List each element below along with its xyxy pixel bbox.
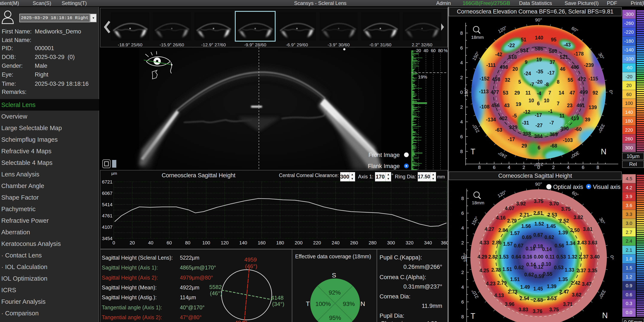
svg-text:N: N bbox=[602, 311, 608, 320]
svg-text:90°: 90° bbox=[535, 17, 542, 22]
svg-text:140: 140 bbox=[239, 240, 247, 245]
svg-text:240: 240 bbox=[332, 240, 340, 245]
svg-text:2.79: 2.79 bbox=[507, 218, 517, 224]
svg-text:6: 6 bbox=[538, 145, 540, 151]
svg-text:-178: -178 bbox=[574, 51, 584, 57]
svg-text:-111: -111 bbox=[486, 62, 496, 68]
svg-text:6067: 6067 bbox=[102, 191, 112, 196]
svg-text:4.13: 4.13 bbox=[494, 293, 504, 298]
svg-text:55: 55 bbox=[568, 77, 573, 83]
svg-text:4: 4 bbox=[567, 165, 570, 169]
svg-text:0.12: 0.12 bbox=[534, 264, 544, 270]
svg-text:-15.9° 26/60: -15.9° 26/60 bbox=[160, 42, 184, 47]
svg-text:2.79: 2.79 bbox=[497, 280, 507, 286]
svg-text:180: 180 bbox=[276, 240, 284, 245]
svg-text:23: 23 bbox=[567, 103, 572, 108]
svg-text:8: 8 bbox=[557, 79, 560, 85]
svg-text:Corneosclera Sagittal Height: Corneosclera Sagittal Height bbox=[162, 172, 236, 178]
svg-text:210°: 210° bbox=[470, 289, 480, 299]
svg-text:6: 6 bbox=[460, 134, 463, 139]
svg-text:-3.9° 30/60: -3.9° 30/60 bbox=[328, 42, 350, 47]
svg-text:120: 120 bbox=[221, 240, 228, 245]
svg-text:2: 2 bbox=[461, 240, 464, 245]
svg-text:1.33: 1.33 bbox=[565, 267, 574, 273]
svg-text:6: 6 bbox=[461, 299, 464, 305]
svg-text:150°: 150° bbox=[470, 216, 480, 226]
svg-text:0.62: 0.62 bbox=[514, 265, 524, 270]
svg-text:6721: 6721 bbox=[102, 179, 112, 184]
svg-text:419: 419 bbox=[571, 116, 579, 121]
svg-text:0.62: 0.62 bbox=[524, 272, 534, 277]
svg-text:95: 95 bbox=[551, 37, 556, 42]
svg-text:2.52: 2.52 bbox=[560, 218, 569, 224]
svg-text:20: 20 bbox=[416, 48, 421, 53]
svg-text:1.35: 1.35 bbox=[558, 277, 568, 282]
svg-text:499: 499 bbox=[580, 89, 588, 95]
svg-text:0.16: 0.16 bbox=[523, 254, 532, 260]
svg-text:1.56: 1.56 bbox=[522, 223, 531, 229]
svg-text:458: 458 bbox=[492, 77, 500, 82]
svg-text:2.53: 2.53 bbox=[547, 296, 557, 301]
svg-text:4: 4 bbox=[460, 60, 463, 65]
svg-text:-42: -42 bbox=[495, 52, 502, 57]
svg-text:280: 280 bbox=[368, 240, 376, 245]
svg-text:-24: -24 bbox=[524, 71, 531, 76]
svg-text:1.39: 1.39 bbox=[547, 284, 557, 289]
svg-text:477: 477 bbox=[491, 89, 499, 95]
svg-text:-115: -115 bbox=[588, 76, 598, 81]
svg-text:4.07: 4.07 bbox=[505, 206, 514, 211]
svg-text:498: 498 bbox=[500, 64, 508, 70]
svg-text:Central Corneal Clearance:: Central Corneal Clearance: bbox=[279, 172, 339, 178]
svg-text:(46°): (46°) bbox=[245, 263, 258, 270]
svg-text:-22: -22 bbox=[508, 43, 515, 48]
svg-text:Visual axis: Visual axis bbox=[593, 184, 620, 190]
svg-text:0.67: 0.67 bbox=[514, 243, 524, 248]
svg-text:8: 8 bbox=[596, 165, 599, 169]
svg-text:8: 8 bbox=[461, 196, 464, 201]
svg-text:-31: -31 bbox=[522, 120, 529, 126]
svg-text:200: 200 bbox=[295, 240, 303, 245]
svg-text:3.76: 3.76 bbox=[533, 309, 542, 314]
svg-text:1.51: 1.51 bbox=[502, 267, 512, 272]
svg-text:6: 6 bbox=[460, 45, 463, 51]
svg-text:1.45: 1.45 bbox=[534, 286, 543, 292]
svg-text:%: % bbox=[444, 48, 448, 53]
svg-text:0.53: 0.53 bbox=[554, 265, 564, 270]
svg-text:0.53: 0.53 bbox=[556, 254, 566, 260]
svg-text:-103: -103 bbox=[563, 138, 573, 143]
svg-text:43: 43 bbox=[504, 103, 510, 108]
svg-text:0°: 0° bbox=[608, 90, 614, 94]
svg-text:46: 46 bbox=[560, 66, 566, 72]
svg-text:4: 4 bbox=[460, 119, 463, 125]
svg-text:39: 39 bbox=[585, 117, 590, 122]
svg-text:(34°): (34°) bbox=[272, 301, 284, 307]
svg-text:4.33: 4.33 bbox=[480, 240, 489, 245]
svg-text:93%: 93% bbox=[343, 301, 355, 307]
svg-text:8: 8 bbox=[460, 30, 463, 36]
svg-text:160: 160 bbox=[258, 240, 266, 245]
svg-text:0: 0 bbox=[112, 240, 115, 245]
svg-text:-17: -17 bbox=[508, 137, 515, 142]
svg-text:3.47: 3.47 bbox=[582, 281, 592, 287]
svg-text:3.70: 3.70 bbox=[549, 201, 559, 206]
svg-text:1.57: 1.57 bbox=[503, 241, 513, 247]
svg-text:53: 53 bbox=[503, 90, 508, 96]
svg-text:N: N bbox=[360, 300, 365, 307]
svg-text:0.18: 0.18 bbox=[526, 246, 536, 251]
svg-text:4949: 4949 bbox=[235, 320, 247, 322]
svg-text:T: T bbox=[306, 300, 310, 307]
svg-text:3.82: 3.82 bbox=[574, 215, 583, 220]
svg-text:2.42: 2.42 bbox=[571, 280, 580, 286]
svg-text:4761: 4761 bbox=[102, 213, 112, 218]
svg-text:8: 8 bbox=[461, 314, 464, 320]
svg-text:2: 2 bbox=[461, 270, 464, 275]
svg-text:0.56: 0.56 bbox=[555, 243, 564, 248]
svg-text:10: 10 bbox=[544, 98, 549, 103]
svg-text:2.37: 2.37 bbox=[579, 254, 588, 260]
svg-text:2.78: 2.78 bbox=[491, 267, 501, 273]
svg-text:398: 398 bbox=[523, 131, 531, 137]
svg-text:260: 260 bbox=[350, 240, 358, 245]
svg-text:T: T bbox=[470, 312, 475, 321]
svg-text:2.84: 2.84 bbox=[498, 227, 508, 233]
svg-text:-60: -60 bbox=[574, 127, 582, 132]
